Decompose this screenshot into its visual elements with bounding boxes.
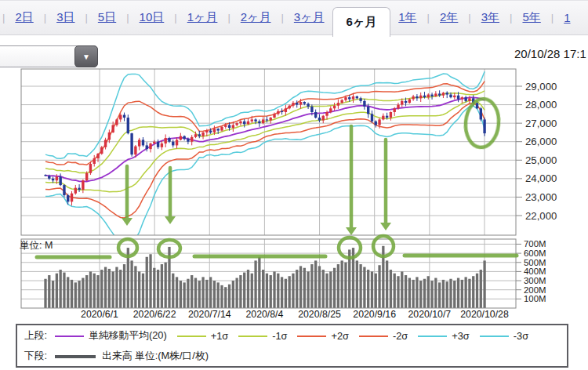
legend-item-label: +1σ	[211, 330, 229, 342]
svg-text:100M: 100M	[524, 294, 546, 303]
svg-text:25,000: 25,000	[525, 154, 557, 166]
legend-item-label: -1σ	[272, 330, 287, 342]
legend-row1-label: 上段:	[24, 329, 47, 343]
legend-item: +2σ	[297, 330, 349, 342]
bollinger-bands	[45, 71, 485, 245]
svg-text:23,000: 23,000	[525, 191, 557, 203]
tab-divider: |	[281, 12, 283, 24]
legend-item-label: +2σ	[331, 330, 349, 342]
svg-text:2020/6/22: 2020/6/22	[133, 309, 176, 320]
tab-2年[interactable]: 2年	[432, 10, 466, 25]
tab-10日[interactable]: 10日	[132, 10, 172, 25]
price-axis-labels: 29,00028,00027,00026,00025,00024,00023,0…	[516, 81, 557, 222]
green-annotations	[37, 97, 517, 258]
svg-text:24,000: 24,000	[525, 172, 557, 184]
legend-item-label: 単純移動平均(20)	[89, 329, 167, 343]
tab-5年[interactable]: 5年	[514, 10, 548, 25]
svg-text:400M: 400M	[524, 267, 546, 276]
tab-bar: |2日|3日|5日|10日|1ヶ月|2ヶ月|3ヶ月6ヶ月1年|2年|3年|5年|…	[0, 0, 588, 35]
tab-3日[interactable]: 3日	[49, 10, 82, 25]
tab-3ヶ月[interactable]: 3ヶ月	[286, 10, 332, 25]
candlesticks	[44, 90, 485, 205]
legend-item: -2σ	[359, 330, 408, 342]
svg-text:2020/10/7: 2020/10/7	[408, 309, 451, 320]
legend-row2-label: 下段:	[24, 350, 47, 363]
tab-divider: |	[227, 12, 230, 24]
legend-item-label: -2σ	[393, 330, 408, 342]
legend-line-swatch	[55, 355, 96, 358]
legend-line-swatch	[480, 336, 509, 337]
svg-text:700M: 700M	[524, 239, 546, 248]
charts-canvas: 29,00028,00027,00026,00025,00024,00023,0…	[0, 0, 588, 370]
legend-item: -1σ	[238, 330, 287, 342]
tab-3年[interactable]: 3年	[474, 10, 507, 25]
legend-item: -3σ	[480, 330, 528, 342]
svg-text:2020/8/4: 2020/8/4	[245, 309, 283, 320]
svg-text:2020/9/16: 2020/9/16	[353, 309, 396, 320]
svg-text:200M: 200M	[524, 285, 546, 295]
legend-box: 上段: 単純移動平均(20)+1σ-1σ+2σ-2σ+3σ-3σ 下段: 出来高…	[16, 324, 568, 368]
tab-divider: |	[510, 12, 512, 24]
legend-item-label: -3σ	[514, 330, 528, 342]
tab-divider: |	[85, 12, 87, 24]
tab-divider: |	[174, 12, 176, 24]
tab-6ヶ月[interactable]: 6ヶ月	[332, 7, 391, 37]
svg-text:500M: 500M	[524, 258, 546, 267]
volume-axis-labels: 700M600M500M400M300M200M100M	[516, 239, 546, 303]
legend-line-swatch	[359, 336, 388, 337]
legend-line-swatch	[418, 336, 447, 337]
x-axis-labels: 2020/6/12020/6/222020/7/142020/8/42020/8…	[81, 309, 509, 320]
legend-item: 単純移動平均(20)	[55, 329, 167, 343]
svg-text:28,000: 28,000	[525, 99, 557, 111]
tab-divider: |	[427, 12, 430, 24]
legend-item: +3σ	[418, 330, 470, 342]
svg-text:300M: 300M	[524, 276, 546, 285]
svg-text:2020/10/28: 2020/10/28	[460, 309, 509, 320]
volume-unit-label: 単位: M	[20, 240, 53, 251]
svg-text:2020/6/1: 2020/6/1	[81, 309, 118, 320]
tab-divider: |	[2, 12, 5, 24]
tab-divider: |	[126, 12, 129, 24]
legend-item-label: 出来高 単位:(M株/口/枚)	[102, 350, 209, 363]
legend-row1-items: 単純移動平均(20)+1σ-1σ+2σ-2σ+3σ-3σ	[55, 329, 539, 343]
svg-text:600M: 600M	[524, 248, 546, 258]
legend-item: +1σ	[177, 330, 229, 342]
tab-2ヶ月[interactable]: 2ヶ月	[233, 10, 279, 25]
legend-row2-items: 出来高 単位:(M株/口/枚)	[55, 350, 219, 363]
legend-line-swatch	[238, 336, 267, 337]
svg-text:2020/7/14: 2020/7/14	[188, 309, 231, 320]
svg-text:22,000: 22,000	[525, 210, 557, 222]
tab-2日[interactable]: 2日	[7, 10, 41, 25]
tab-divider: |	[551, 12, 554, 24]
tab-1年[interactable]: 1年	[390, 10, 424, 25]
legend-line-swatch	[297, 336, 326, 337]
tab-5日[interactable]: 5日	[90, 10, 124, 25]
legend-line-swatch	[177, 336, 206, 337]
legend-line-swatch	[55, 336, 84, 337]
svg-text:26,000: 26,000	[525, 136, 557, 147]
legend-row-upper: 上段: 単純移動平均(20)+1σ-1σ+2σ-2σ+3σ-3σ	[17, 329, 567, 343]
legend-item: 出来高 単位:(M株/口/枚)	[55, 350, 209, 363]
tab-divider: |	[44, 12, 46, 24]
stock-chart-page: |2日|3日|5日|10日|1ヶ月|2ヶ月|3ヶ月6ヶ月1年|2年|3年|5年|…	[0, 0, 588, 370]
legend-item-label: +3σ	[452, 330, 470, 342]
svg-text:29,000: 29,000	[525, 81, 557, 92]
tab-1ヶ月[interactable]: 1ヶ月	[180, 10, 226, 25]
tab-1[interactable]: 1	[556, 11, 578, 24]
svg-text:27,000: 27,000	[525, 118, 557, 129]
legend-row-lower: 下段: 出来高 単位:(M株/口/枚)	[17, 350, 567, 363]
tab-divider: |	[468, 12, 470, 24]
svg-text:2020/8/25: 2020/8/25	[298, 309, 341, 320]
